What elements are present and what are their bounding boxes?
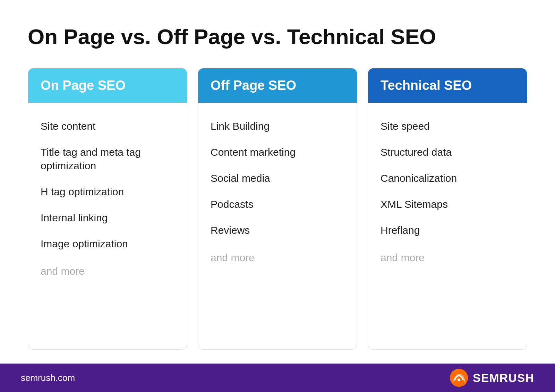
- svg-point-1: [458, 378, 460, 381]
- semrush-logo: SEMRUSH: [450, 369, 534, 387]
- footer-url: semrush.com: [21, 373, 75, 383]
- list-item: Hreflang: [381, 217, 514, 243]
- list-item: Link Building: [211, 113, 344, 139]
- list-item: Content marketing: [211, 139, 344, 165]
- page-title: On Page vs. Off Page vs. Technical SEO: [28, 24, 527, 49]
- card-body-on-page: Site contentTitle tag and meta tag optim…: [28, 103, 187, 349]
- list-item: Reviews: [211, 217, 344, 243]
- list-item: Title tag and meta tag optimization: [41, 139, 174, 179]
- and-more-technical: and more: [381, 245, 514, 271]
- card-body-technical: Site speedStructured dataCanonicalizatio…: [368, 103, 527, 349]
- cards-container: On Page SEOSite contentTitle tag and met…: [28, 68, 527, 350]
- main-content: On Page vs. Off Page vs. Technical SEO O…: [0, 0, 555, 364]
- list-item: Site content: [41, 113, 174, 139]
- and-more-on-page: and more: [41, 258, 174, 284]
- semrush-brand-text: SEMRUSH: [473, 371, 534, 385]
- list-item: Canonicalization: [381, 165, 514, 191]
- card-body-off-page: Link BuildingContent marketingSocial med…: [198, 103, 357, 349]
- and-more-off-page: and more: [211, 245, 344, 271]
- list-item: Image optimization: [41, 231, 174, 257]
- card-header-on-page: On Page SEO: [28, 68, 187, 103]
- list-item: Structured data: [381, 139, 514, 165]
- list-item: Site speed: [381, 113, 514, 139]
- card-on-page: On Page SEOSite contentTitle tag and met…: [28, 68, 187, 350]
- svg-point-0: [450, 369, 468, 387]
- list-item: Podcasts: [211, 191, 344, 217]
- semrush-icon: [450, 369, 468, 387]
- list-item: Social media: [211, 165, 344, 191]
- list-item: Internal linking: [41, 205, 174, 231]
- card-header-technical: Technical SEO: [368, 68, 527, 103]
- card-header-off-page: Off Page SEO: [198, 68, 357, 103]
- footer: semrush.com SEMRUSH: [0, 364, 555, 392]
- card-off-page: Off Page SEOLink BuildingContent marketi…: [198, 68, 357, 350]
- list-item: H tag optimization: [41, 179, 174, 205]
- card-technical: Technical SEOSite speedStructured dataCa…: [368, 68, 527, 350]
- list-item: XML Sitemaps: [381, 191, 514, 217]
